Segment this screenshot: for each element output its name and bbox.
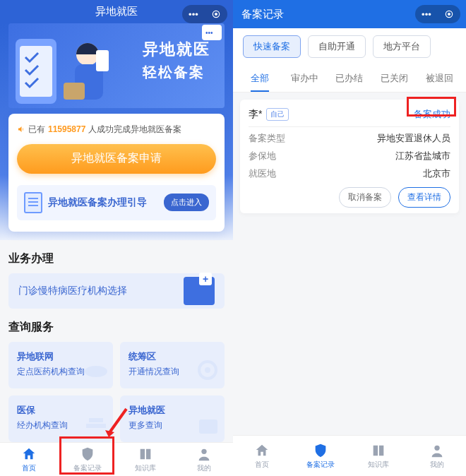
- stack-deco-icon: [82, 411, 110, 439]
- record-card: 李* 自己 备案成功 备案类型 异地安置退休人员 参保地 江苏省盐城市 就医地 …: [240, 100, 459, 213]
- target-icon[interactable]: [444, 9, 454, 19]
- screen-home: 异地就医 ••• ••• 异地就医: [0, 0, 233, 476]
- business-tile-label: 门诊慢特病医疗机构选择: [18, 285, 127, 297]
- business-tile[interactable]: 门诊慢特病医疗机构选择: [8, 273, 225, 309]
- svg-rect-7: [64, 83, 85, 100]
- pill-local[interactable]: 地方平台: [373, 35, 431, 58]
- banner: ••• 异地就医 轻松备案: [8, 23, 225, 108]
- tab-home[interactable]: 首页: [233, 436, 292, 476]
- section-query-title: 查询服务: [8, 320, 225, 335]
- svg-rect-14: [199, 420, 217, 434]
- document-icon: [24, 192, 42, 213]
- record-status: 备案成功: [414, 108, 450, 121]
- svg-point-9: [85, 366, 107, 377]
- miniapp-capsule[interactable]: •••: [415, 5, 460, 23]
- svg-point-17: [448, 13, 450, 16]
- svg-rect-12: [86, 424, 106, 428]
- pill-self[interactable]: 自助开通: [308, 35, 366, 58]
- status-tabs: 全部 审办中 已办结 已关闭 被退回: [233, 65, 466, 93]
- seg-done[interactable]: 已办结: [327, 65, 372, 92]
- shield-icon: [313, 443, 328, 458]
- tab-mine[interactable]: 我的: [408, 436, 467, 476]
- record-name-wrap: 李* 自己: [249, 108, 289, 121]
- more-icon[interactable]: •••: [189, 9, 198, 20]
- banner-line2: 轻松备案: [143, 63, 210, 82]
- hero-area: ••• 异地就医 轻松备案 已有 11595877 人成功完成异地就医备案 异地…: [0, 23, 233, 240]
- apply-button[interactable]: 异地就医备案申请: [17, 144, 216, 174]
- more-icon[interactable]: •••: [422, 9, 431, 20]
- filter-pill-row: 快速备案 自助开通 地方平台: [233, 28, 466, 65]
- query-card-network[interactable]: 异地联网 定点医药机构查询: [8, 342, 113, 388]
- svg-rect-6: [96, 50, 109, 71]
- guide-label: 异地就医备案办理引导: [48, 196, 158, 209]
- count-prefix: 已有: [28, 124, 45, 136]
- guide-row[interactable]: 异地就医备案办理引导 点击进入: [17, 185, 216, 220]
- cancel-record-button[interactable]: 取消备案: [339, 187, 391, 208]
- record-actions: 取消备案 查看详情: [249, 187, 450, 208]
- seg-closed[interactable]: 已关闭: [372, 65, 417, 92]
- home-icon: [254, 443, 270, 458]
- success-count-line: 已有 11595877 人成功完成异地就医备案: [17, 124, 216, 136]
- tab-knowledge[interactable]: 知识库: [116, 443, 175, 476]
- tab-knowledge[interactable]: 知识库: [350, 436, 408, 476]
- tabbar: 首页 备案记录 知识库 我的: [0, 442, 233, 476]
- shield-icon: [80, 446, 95, 462]
- seg-all[interactable]: 全部: [237, 65, 282, 92]
- speech-bubble-icon: •••: [202, 25, 222, 40]
- hospital-icon: [184, 277, 215, 305]
- query-card-region[interactable]: 统筹区 开通情况查询: [120, 342, 225, 388]
- home-icon: [21, 446, 37, 462]
- query-card-agency[interactable]: 医保 经办机构查询: [8, 395, 113, 442]
- tab-records[interactable]: 备案记录: [292, 436, 350, 476]
- banner-illustration: [11, 26, 124, 108]
- apply-button-label: 异地就医备案申请: [71, 151, 162, 166]
- pin-deco-icon: [193, 357, 222, 386]
- screen-records: 备案记录 ••• 快速备案 自助开通 地方平台 全部 审办中 已办结 已关闭 被…: [233, 0, 466, 476]
- record-row-type: 备案类型 异地安置退休人员: [249, 133, 450, 145]
- count-number: 11595877: [48, 124, 85, 134]
- svg-text:•••: •••: [205, 29, 213, 37]
- view-detail-button[interactable]: 查看详情: [398, 187, 450, 208]
- svg-point-15: [201, 448, 206, 453]
- tab-home[interactable]: 首页: [0, 443, 59, 476]
- query-card-more[interactable]: 异地就医 更多查询: [120, 395, 225, 442]
- svg-rect-13: [89, 418, 103, 422]
- record-row-insured: 参保地 江苏省盐城市: [249, 150, 450, 162]
- seg-rejected[interactable]: 被退回: [417, 65, 462, 92]
- count-suffix: 人成功完成异地就医备案: [88, 124, 181, 136]
- screen-title: 备案记录: [241, 8, 284, 21]
- pill-quick[interactable]: 快速备案: [243, 35, 301, 58]
- banner-text: 异地就医 轻松备案: [143, 39, 210, 82]
- tabbar: 首页 备案记录 知识库 我的: [233, 435, 466, 476]
- screen-title: 异地就医: [95, 5, 138, 18]
- svg-point-1: [215, 13, 217, 16]
- record-row-dest: 就医地 北京市: [249, 168, 450, 180]
- svg-point-18: [434, 445, 439, 450]
- seg-processing[interactable]: 审办中: [282, 65, 328, 92]
- capsule-deco-icon: [82, 357, 110, 386]
- sound-icon: [17, 125, 25, 133]
- record-person-name: 李*: [249, 108, 262, 121]
- titlebar: 异地就医 •••: [0, 0, 233, 23]
- svg-rect-3: [20, 46, 52, 97]
- query-grid: 异地联网 定点医药机构查询 统筹区 开通情况查询 医保 经办机构查询 异地就医 …: [8, 342, 225, 442]
- section-business-title: 业务办理: [8, 251, 225, 266]
- banner-line1: 异地就医: [143, 39, 210, 60]
- person-icon: [196, 446, 212, 462]
- self-tag: 自己: [266, 108, 289, 121]
- book-icon: [138, 446, 153, 462]
- miniapp-capsule[interactable]: •••: [182, 5, 227, 23]
- tab-mine[interactable]: 我的: [175, 443, 234, 476]
- guide-enter-button[interactable]: 点击进入: [164, 194, 209, 211]
- person-icon: [429, 443, 445, 458]
- book-icon: [371, 443, 386, 458]
- record-head: 李* 自己 备案成功: [249, 108, 450, 127]
- tab-records[interactable]: 备案记录: [59, 443, 117, 476]
- folder-deco-icon: [193, 411, 222, 439]
- target-icon[interactable]: [211, 9, 221, 19]
- main-card: 已有 11595877 人成功完成异地就医备案 异地就医备案申请 异地就医备案办…: [8, 114, 225, 232]
- titlebar: 备案记录 •••: [233, 0, 466, 28]
- svg-point-11: [205, 367, 210, 373]
